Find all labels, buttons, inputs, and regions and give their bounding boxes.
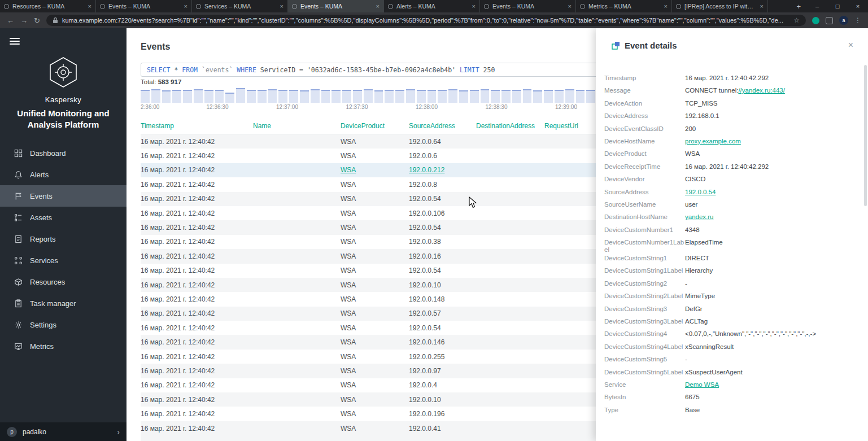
- column-header-name[interactable]: Name: [253, 122, 341, 130]
- url-field[interactable]: kuma.example.com:7220/events?search=%7B"…: [46, 15, 806, 26]
- histogram-bar[interactable]: [141, 90, 150, 103]
- forward-button[interactable]: →: [20, 17, 28, 24]
- detail-value-link[interactable]: proxy.example.com: [685, 138, 741, 145]
- histogram-bar[interactable]: [364, 89, 373, 103]
- histogram-bar[interactable]: [523, 89, 532, 103]
- histogram-bar[interactable]: [428, 90, 437, 103]
- histogram-bar[interactable]: [491, 90, 500, 103]
- tab-close-icon[interactable]: ×: [664, 3, 668, 10]
- histogram-bar[interactable]: [385, 90, 394, 103]
- tab-close-icon[interactable]: ×: [280, 3, 283, 10]
- panel-scrollbar[interactable]: [864, 65, 867, 206]
- browser-tab[interactable]: Events – KUMA×: [96, 0, 192, 12]
- histogram-bar[interactable]: [289, 90, 298, 103]
- histogram-bar[interactable]: [448, 89, 457, 103]
- cell-link[interactable]: WSA: [341, 166, 356, 174]
- histogram-bar[interactable]: [459, 90, 468, 103]
- histogram-bar[interactable]: [258, 90, 267, 103]
- histogram-bar[interactable]: [374, 90, 383, 103]
- chevron-right-icon[interactable]: ›: [117, 427, 120, 436]
- extension-green-icon[interactable]: [812, 17, 819, 24]
- user-bar[interactable]: p padalko ›: [0, 422, 127, 441]
- tab-close-icon[interactable]: ×: [472, 3, 476, 10]
- minimize-button[interactable]: –: [807, 3, 827, 10]
- tab-close-icon[interactable]: ×: [760, 3, 764, 10]
- maximize-button[interactable]: □: [827, 3, 848, 10]
- browser-tab[interactable]: Resources – KUMA×: [0, 0, 96, 12]
- column-header-sourceaddress[interactable]: SourceAddress: [409, 122, 476, 130]
- histogram-bar[interactable]: [215, 90, 224, 103]
- histogram-bar[interactable]: [533, 90, 542, 103]
- hamburger-menu-icon[interactable]: [10, 36, 20, 46]
- histogram-bar[interactable]: [194, 89, 203, 103]
- tab-close-icon[interactable]: ×: [376, 3, 380, 10]
- histogram-bar[interactable]: [353, 90, 362, 103]
- browser-tab[interactable]: Services – KUMA×: [192, 0, 288, 12]
- browser-tab[interactable]: Events – KUMA×: [288, 0, 384, 12]
- detail-value-link[interactable]: yandex.ru: [685, 213, 714, 220]
- column-header-destinationaddress[interactable]: DestinationAddress: [476, 122, 544, 130]
- sidebar-item-events[interactable]: Events: [0, 185, 127, 207]
- sidebar-item-reports[interactable]: Reports: [0, 228, 127, 250]
- histogram-bar[interactable]: [342, 90, 351, 103]
- histogram-bar[interactable]: [311, 89, 320, 103]
- histogram-bar[interactable]: [332, 90, 341, 103]
- sidebar-item-resources[interactable]: Resources: [0, 271, 127, 292]
- detail-value-link[interactable]: //yandex.ru:443/: [738, 87, 784, 94]
- histogram-bar[interactable]: [501, 90, 511, 103]
- browser-tab[interactable]: Metrics – KUMA×: [576, 0, 672, 12]
- browser-menu-icon[interactable]: ⋮: [854, 16, 861, 24]
- histogram-bar[interactable]: [268, 89, 277, 103]
- new-tab-button[interactable]: +: [790, 0, 807, 12]
- histogram-bar[interactable]: [565, 89, 574, 103]
- histogram-bar[interactable]: [321, 90, 330, 103]
- sidebar-item-metrics[interactable]: Metrics: [0, 335, 127, 357]
- histogram-bar[interactable]: [395, 90, 404, 103]
- sidebar-item-alerts[interactable]: Alerts: [0, 164, 127, 185]
- sidebar-item-services[interactable]: Services: [0, 250, 127, 271]
- histogram-bar[interactable]: [470, 90, 479, 103]
- close-window-button[interactable]: ×: [848, 3, 868, 10]
- histogram-bar[interactable]: [417, 90, 426, 103]
- browser-tab[interactable]: [IPRep] Access to IP with b...×: [672, 0, 768, 12]
- histogram-bar[interactable]: [204, 90, 213, 103]
- column-header-timestamp[interactable]: Timestamp: [141, 122, 253, 130]
- browser-profile-avatar[interactable]: a: [839, 16, 848, 25]
- histogram-bar[interactable]: [162, 90, 171, 103]
- histogram-bar[interactable]: [247, 90, 256, 103]
- histogram-bar[interactable]: [151, 89, 160, 103]
- histogram-bar[interactable]: [406, 89, 415, 103]
- histogram-bar[interactable]: [278, 90, 287, 103]
- browser-tab[interactable]: Events – KUMA×: [480, 0, 576, 12]
- reload-button[interactable]: ↻: [34, 17, 40, 24]
- histogram-bar[interactable]: [555, 90, 564, 103]
- browser-tab[interactable]: Alerts – KUMA×: [384, 0, 480, 12]
- sql-token: 250: [479, 66, 495, 74]
- sidebar-item-task-manager[interactable]: Task manager: [0, 292, 127, 314]
- histogram-bar[interactable]: [481, 89, 490, 103]
- column-header-deviceproduct[interactable]: DeviceProduct: [341, 122, 409, 130]
- histogram-bar[interactable]: [225, 93, 234, 103]
- histogram-bar[interactable]: [172, 90, 181, 103]
- histogram-bar[interactable]: [236, 88, 245, 103]
- extensions-puzzle-icon[interactable]: [826, 17, 833, 24]
- detail-value-link[interactable]: 192.0.0.54: [685, 189, 716, 195]
- histogram-bar[interactable]: [544, 90, 553, 103]
- histogram-bar[interactable]: [586, 90, 595, 103]
- histogram-bar[interactable]: [438, 90, 447, 103]
- tab-close-icon[interactable]: ×: [568, 3, 572, 10]
- tab-close-icon[interactable]: ×: [88, 3, 91, 10]
- histogram-bar[interactable]: [512, 90, 521, 103]
- histogram-bar[interactable]: [300, 90, 309, 103]
- histogram-bar[interactable]: [576, 90, 585, 103]
- sidebar-item-settings[interactable]: Settings: [0, 314, 127, 335]
- detail-value-link[interactable]: Demo WSA: [685, 381, 719, 388]
- bookmark-star-icon[interactable]: ☆: [793, 16, 800, 24]
- back-button[interactable]: ←: [7, 17, 14, 24]
- sidebar-item-dashboard[interactable]: Dashboard: [0, 142, 127, 164]
- histogram-bar[interactable]: [183, 90, 192, 103]
- sidebar-item-assets[interactable]: Assets: [0, 207, 127, 228]
- close-panel-icon[interactable]: ×: [848, 40, 853, 50]
- tab-close-icon[interactable]: ×: [184, 3, 187, 10]
- cell-link[interactable]: 192.0.0.212: [409, 166, 444, 174]
